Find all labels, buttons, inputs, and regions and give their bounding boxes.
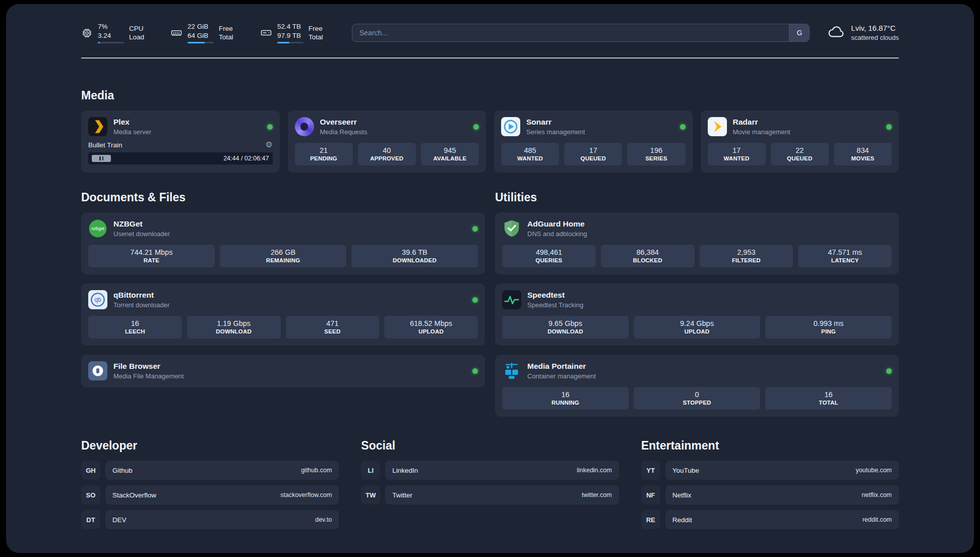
stat-label: QUEUED (787, 155, 812, 161)
app-card-nzbget[interactable]: nzbget NZBGet Usenet downloader 744.21 M… (81, 212, 485, 274)
stat-value: 0 (695, 391, 699, 399)
app-card-overseerr[interactable]: Overseerr Media Requests 21 PENDING 40 A… (288, 110, 486, 173)
section-title-documents: Documents & Files (81, 191, 485, 204)
app-name: Speedtest (527, 290, 583, 300)
bookmarks: Developer GH Github github.com SO StackO… (81, 439, 899, 529)
search-engine-button[interactable]: G (789, 24, 809, 41)
app-meta: Radarr Movie management (733, 117, 790, 136)
bookmark-url: dev.to (315, 516, 332, 523)
stat-value: 21 (320, 146, 328, 154)
bookmark-icon: YT (641, 461, 660, 480)
section-media: Media Plex Media server (81, 89, 899, 173)
bookmark-name: StackOverflow (112, 491, 156, 499)
app-card-qbittorrent[interactable]: qb qBittorrent Torrent downloader 16 (81, 284, 485, 346)
section-title-utilities: Utilities (495, 191, 899, 204)
app-card-speedtest[interactable]: Speedtest Speedtest Tracking 9.65 Gbps D… (495, 284, 899, 346)
bookmark-stackoverflow[interactable]: SO StackOverflow stackoverflow.com (81, 485, 339, 505)
app-meta: Sonarr Series management (526, 117, 585, 136)
bookmark-pill: Netflix netflix.com (665, 485, 899, 505)
gear-icon[interactable]: ⚙ (265, 141, 272, 149)
app-meta: File Browser Media File Management (113, 361, 183, 380)
dashboard-content: 7% 3.24 CPU Load (81, 4, 899, 541)
filebrowser-icon (88, 361, 107, 380)
app-card-sonarr[interactable]: Sonarr Series management 485 WANTED 17 Q… (494, 110, 693, 173)
stats-row: 9.65 Gbps DOWNLOAD 9.24 Gbps UPLOAD 0.99… (502, 316, 892, 339)
stat-value: 498,461 (536, 248, 562, 256)
stat-label: MOVIES (851, 155, 874, 161)
bookmark-url: github.com (301, 467, 332, 474)
ram-usage-bar (188, 42, 214, 43)
weather-location: Lviv, 16.87°C (851, 23, 899, 33)
stat-tile: 9.24 Gbps UPLOAD (634, 316, 760, 339)
disk-widget: 52.4 TB 97.9 TB Free Total (260, 22, 335, 43)
plex-icon (88, 117, 107, 136)
stat-tile: 485 WANTED (501, 143, 559, 165)
bookmark-linkedin[interactable]: LI LinkedIn linkedin.com (361, 461, 619, 480)
status-dot (267, 124, 273, 130)
stat-value: 2,953 (737, 248, 755, 256)
bookmark-icon: NF (641, 485, 660, 505)
bookmark-github[interactable]: GH Github github.com (81, 461, 339, 480)
bookmark-dev[interactable]: DT DEV dev.to (81, 510, 339, 529)
utilities-stack: AdGuard Home DNS and adblocking 498,461 … (495, 212, 899, 417)
stats-row: 21 PENDING 40 APPROVED 945 AVAILABLE (295, 143, 479, 165)
stat-tile: 22 QUEUED (771, 143, 829, 165)
bookmark-name: Twitter (392, 491, 412, 499)
ram-total-value: 64 GiB (188, 31, 214, 40)
stat-label: LATENCY (831, 257, 859, 263)
qbittorrent-icon: qb (88, 290, 107, 309)
stat-label: QUERIES (535, 257, 562, 263)
section-title-social: Social (361, 439, 619, 453)
cpu-usage-value: 7% (98, 22, 124, 31)
app-header: Plex Media server (88, 117, 273, 136)
stat-label: DOWNLOAD (216, 328, 252, 335)
bookmark-name: LinkedIn (392, 467, 418, 474)
stat-label: DOWNLOAD (547, 328, 583, 335)
player-seek-bar[interactable]: 24:44 / 02:06:47 (88, 152, 273, 164)
app-meta: NZBGet Usenet downloader (113, 219, 170, 238)
bookmark-url: linkedin.com (577, 467, 611, 474)
bookmark-netflix[interactable]: NF Netflix netflix.com (641, 485, 899, 505)
app-card-plex[interactable]: Plex Media server Bullet Train ⚙ 24:44 /… (81, 110, 280, 173)
stat-tile: 9.65 Gbps DOWNLOAD (502, 316, 629, 339)
bookmark-youtube[interactable]: YT YouTube youtube.com (641, 461, 899, 480)
app-header: AdGuard Home DNS and adblocking (502, 219, 892, 238)
app-meta: Speedtest Speedtest Tracking (527, 290, 583, 309)
stat-tile: 2,953 FILTERED (700, 245, 793, 267)
cpu-labels: CPU Load (129, 24, 155, 42)
nzbget-icon-text: nzbget (91, 227, 104, 232)
cpu-label-bottom: Load (129, 33, 155, 42)
stat-value: 9.65 Gbps (548, 319, 582, 327)
bookmark-url: netflix.com (862, 491, 892, 498)
stat-label: AVAILABLE (433, 155, 466, 161)
stat-tile: 47.571 ms LATENCY (798, 245, 892, 267)
stat-label: DOWNLOADED (393, 257, 437, 263)
stat-value: 618.52 Mbps (410, 319, 452, 327)
section-documents: Documents & Files nzbget NZBGet Usenet d… (81, 191, 485, 417)
stat-label: REMAINING (266, 257, 300, 263)
disk-label-bottom: Total (309, 33, 335, 42)
app-card-adguard[interactable]: AdGuard Home DNS and adblocking 498,461 … (495, 212, 899, 274)
stat-tile: 618.52 Mbps UPLOAD (384, 316, 478, 339)
stat-tile: 16 TOTAL (765, 387, 892, 410)
stat-value: 485 (524, 146, 536, 154)
cloud-icon (827, 25, 846, 41)
app-subtitle: Media File Management (113, 372, 183, 380)
app-name: NZBGet (113, 219, 170, 229)
app-card-radarr[interactable]: Radarr Movie management 17 WANTED 22 QUE… (701, 110, 899, 173)
cpu-values: 7% 3.24 (98, 22, 124, 43)
app-card-portainer[interactable]: Media Portainer Container management 16 … (495, 355, 899, 417)
bookmark-reddit[interactable]: RE Reddit reddit.com (641, 510, 899, 529)
stats-row: 498,461 QUERIES 86,384 BLOCKED 2,953 FIL… (502, 245, 892, 267)
documents-stack: nzbget NZBGet Usenet downloader 744.21 M… (81, 212, 485, 387)
search-input[interactable] (352, 24, 789, 41)
bookmark-pill: LinkedIn linkedin.com (385, 461, 619, 480)
stat-label: WANTED (724, 155, 750, 161)
app-subtitle: Usenet downloader (113, 230, 170, 238)
bookmark-twitter[interactable]: TW Twitter twitter.com (361, 485, 619, 505)
pause-button[interactable] (92, 155, 111, 162)
ram-values: 22 GiB 64 GiB (188, 22, 214, 43)
app-card-filebrowser[interactable]: File Browser Media File Management (81, 355, 485, 387)
bookmark-rows: YT YouTube youtube.com NF Netflix netfli… (641, 461, 899, 529)
stat-label: UPLOAD (418, 328, 444, 335)
